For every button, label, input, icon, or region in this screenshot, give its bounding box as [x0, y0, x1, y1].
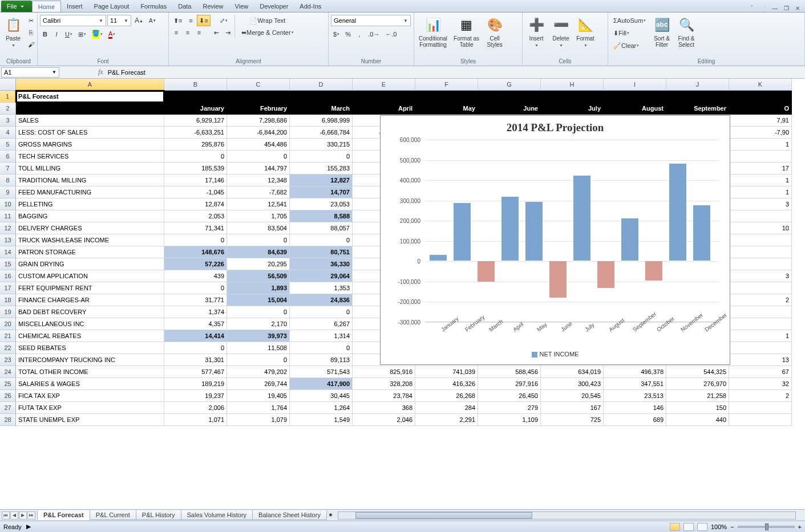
cell-E26[interactable]: 23,784 — [353, 390, 415, 402]
cell-C7[interactable]: 144,797 — [227, 163, 290, 174]
cell-G25[interactable]: 297,916 — [478, 378, 541, 390]
find-select-button[interactable]: 🔍Find & Select — [675, 15, 698, 49]
cell-B5[interactable]: 295,876 — [164, 139, 227, 151]
embedded-chart[interactable]: 2014 P&L Projection -300,000-200,000-100… — [380, 115, 730, 365]
cell-G26[interactable]: 26,450 — [478, 390, 541, 402]
cell-K10[interactable]: 3 — [729, 198, 792, 210]
cell-H1[interactable] — [541, 91, 604, 103]
cell-A2[interactable] — [16, 103, 164, 115]
window-minimize-icon[interactable]: — — [771, 4, 779, 12]
cell-C21[interactable]: 39,973 — [227, 330, 290, 342]
cell-D9[interactable]: 14,707 — [290, 186, 353, 198]
cell-I2[interactable]: August — [604, 103, 666, 115]
column-header-B[interactable]: B — [164, 79, 227, 91]
column-header-J[interactable]: J — [666, 79, 729, 91]
tab-pagelayout[interactable]: Page Layout — [88, 1, 135, 12]
cell-A17[interactable]: FERT EQUIPMENT RENT — [16, 282, 164, 294]
sheet-nav-first[interactable]: ⏮ — [2, 511, 10, 519]
row-header-10[interactable]: 10 — [0, 198, 16, 210]
cell-H27[interactable]: 167 — [541, 402, 604, 414]
cell-D21[interactable]: 1,314 — [290, 330, 353, 342]
row-header-26[interactable]: 26 — [0, 390, 16, 402]
cell-B8[interactable]: 17,146 — [164, 174, 227, 186]
cell-C22[interactable]: 11,508 — [227, 342, 290, 354]
cell-D22[interactable]: 0 — [290, 342, 353, 354]
cell-K7[interactable]: 17 — [729, 163, 792, 174]
cell-F27[interactable]: 284 — [415, 402, 478, 414]
cell-I27[interactable]: 146 — [604, 402, 666, 414]
cell-K14[interactable] — [729, 246, 792, 258]
cell-K16[interactable]: 3 — [729, 270, 792, 282]
cell-B4[interactable]: -6,633,251 — [164, 127, 227, 139]
cell-E1[interactable] — [353, 91, 415, 103]
page-break-view-button[interactable] — [697, 523, 707, 531]
row-header-1[interactable]: 1 — [0, 91, 16, 103]
cell-K23[interactable]: 13 — [729, 354, 792, 366]
cell-K22[interactable] — [729, 342, 792, 354]
cell-C16[interactable]: 56,509 — [227, 270, 290, 282]
border-button[interactable]: ⊞▾ — [76, 29, 88, 40]
cell-C17[interactable]: 1,893 — [227, 282, 290, 294]
cell-A24[interactable]: TOTAL OTHER INCOME — [16, 366, 164, 378]
formula-input[interactable]: P&L Forecast — [107, 68, 805, 77]
cut-button[interactable]: ✂ — [26, 15, 37, 26]
horizontal-scroll-thumb[interactable] — [355, 512, 532, 519]
cell-D23[interactable]: 89,113 — [290, 354, 353, 366]
cell-K27[interactable] — [729, 402, 792, 414]
cell-J27[interactable]: 150 — [666, 402, 729, 414]
sheet-tab-0[interactable]: P&L Forecast — [37, 510, 90, 520]
cell-C27[interactable]: 1,764 — [227, 402, 290, 414]
cell-A28[interactable]: STATE UNEMPL EXP — [16, 414, 164, 426]
cell-C11[interactable]: 1,705 — [227, 210, 290, 222]
help-icon[interactable]: ❔ — [759, 4, 767, 12]
cell-C14[interactable]: 84,639 — [227, 246, 290, 258]
cell-A10[interactable]: PELLETING — [16, 198, 164, 210]
orientation-button[interactable]: ⤢▾ — [217, 15, 230, 26]
cell-G24[interactable]: 588,456 — [478, 366, 541, 378]
cell-C4[interactable]: -6,844,200 — [227, 127, 290, 139]
cell-D12[interactable]: 88,057 — [290, 222, 353, 234]
bold-button[interactable]: B — [40, 29, 50, 40]
cell-K12[interactable]: 10 — [729, 222, 792, 234]
cell-D20[interactable]: 6,267 — [290, 318, 353, 330]
cell-K9[interactable]: 1 — [729, 186, 792, 198]
cell-D3[interactable]: 6,998,999 — [290, 115, 353, 127]
cell-A9[interactable]: FEED MANUFACTURING — [16, 186, 164, 198]
font-family-combo[interactable]: Calibri▼ — [40, 15, 106, 26]
cell-B17[interactable]: 0 — [164, 282, 227, 294]
cell-D1[interactable] — [290, 91, 353, 103]
column-header-D[interactable]: D — [290, 79, 353, 91]
cell-E2[interactable]: April — [353, 103, 415, 115]
new-sheet-button[interactable]: ✴ — [326, 511, 335, 519]
conditional-formatting-button[interactable]: 📊Conditional Formatting — [416, 15, 450, 49]
cell-E27[interactable]: 368 — [353, 402, 415, 414]
cell-F1[interactable] — [415, 91, 478, 103]
cell-B7[interactable]: 185,539 — [164, 163, 227, 174]
sheet-nav-next[interactable]: ▶ — [19, 511, 27, 519]
name-box[interactable]: A1▼ — [1, 67, 59, 78]
cell-C10[interactable]: 12,541 — [227, 198, 290, 210]
grow-font-button[interactable]: A▲ — [132, 15, 145, 26]
cell-J28[interactable]: 440 — [666, 414, 729, 426]
cell-B27[interactable]: 2,006 — [164, 402, 227, 414]
cell-A1[interactable]: P&L Forecast — [16, 91, 164, 103]
row-header-24[interactable]: 24 — [0, 366, 16, 378]
cell-C18[interactable]: 15,004 — [227, 294, 290, 306]
cell-C6[interactable]: 0 — [227, 151, 290, 163]
tab-developer[interactable]: Developer — [254, 1, 294, 12]
cell-K8[interactable]: 1 — [729, 174, 792, 186]
tab-view[interactable]: View — [229, 1, 254, 12]
cell-H28[interactable]: 725 — [541, 414, 604, 426]
cell-C5[interactable]: 454,486 — [227, 139, 290, 151]
number-format-combo[interactable]: General▼ — [331, 15, 411, 26]
cell-K15[interactable] — [729, 258, 792, 270]
cell-H25[interactable]: 300,423 — [541, 378, 604, 390]
cell-D14[interactable]: 80,751 — [290, 246, 353, 258]
fx-icon[interactable]: fx — [98, 68, 103, 76]
cell-D28[interactable]: 1,549 — [290, 414, 353, 426]
font-color-button[interactable]: A▾ — [106, 29, 118, 40]
align-middle-button[interactable]: ≡ — [185, 15, 196, 26]
cell-B2[interactable]: January — [164, 103, 227, 115]
sheet-nav-last[interactable]: ⏭ — [27, 511, 35, 519]
cell-E28[interactable]: 2,046 — [353, 414, 415, 426]
